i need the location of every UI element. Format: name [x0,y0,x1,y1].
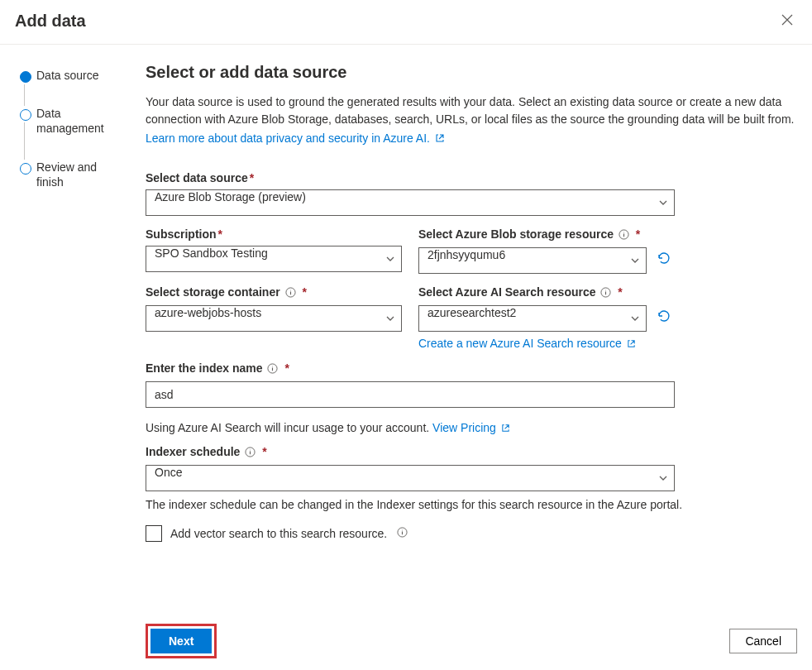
info-icon[interactable] [600,287,611,300]
step-data-management[interactable]: Data management [15,106,126,159]
page-description: Your data source is used to ground the g… [146,93,799,128]
external-link-icon [627,339,636,348]
cancel-button[interactable]: Cancel [729,629,797,653]
subscription-label: Subscription* [146,227,402,241]
main-content: Select or add data source Your data sour… [132,45,812,620]
storage-container-label: Select storage container * [146,285,402,300]
wizard-steps: Data source Data management Review and f… [0,45,132,620]
data-source-label: Select data source* [146,171,675,184]
close-icon [781,13,794,26]
info-icon[interactable] [285,287,296,300]
next-button-highlight: Next [146,624,217,658]
info-icon[interactable] [397,527,408,540]
indexer-schedule-helper: The indexer schedule can be changed in t… [146,496,799,514]
blob-resource-label: Select Azure Blob storage resource * [418,227,675,242]
info-icon[interactable] [267,363,278,376]
dialog-title: Add data [15,12,86,31]
subscription-select[interactable]: SPO Sandbox Testing [146,246,402,272]
indexer-schedule-select[interactable]: Once [146,465,675,491]
info-icon[interactable] [245,447,256,460]
refresh-icon [657,309,671,323]
view-pricing-link[interactable]: View Pricing [432,421,510,434]
indexer-schedule-label: Indexer schedule * [146,445,675,460]
create-search-resource-link[interactable]: Create a new Azure AI Search resource [418,337,636,350]
close-button[interactable] [777,10,797,32]
refresh-icon [657,251,671,266]
index-name-label: Enter the index name * [146,361,675,376]
blob-resource-select[interactable]: 2fjnhsyyqumu6 [418,247,647,274]
next-button[interactable]: Next [150,629,212,653]
step-data-source[interactable]: Data source [15,68,126,106]
external-link-icon [435,133,445,143]
vector-search-checkbox[interactable] [146,525,162,542]
index-name-input[interactable] [146,381,675,408]
page-title: Select or add data source [146,63,799,82]
step-review-finish[interactable]: Review and finish [15,160,126,213]
storage-container-select[interactable]: azure-webjobs-hosts [146,305,402,332]
privacy-link[interactable]: Learn more about data privacy and securi… [146,132,445,145]
external-link-icon [501,424,510,433]
refresh-search-button[interactable] [653,305,675,329]
refresh-blob-button[interactable] [653,247,675,271]
info-icon[interactable] [619,229,629,242]
vector-search-label: Add vector search to this search resourc… [170,527,387,540]
search-resource-label: Select Azure AI Search resource * [418,285,675,300]
pricing-text: Using Azure AI Search will incur usage t… [146,419,799,437]
data-source-select[interactable]: Azure Blob Storage (preview) [146,189,675,216]
search-resource-select[interactable]: azuresearchtest2 [418,305,647,332]
